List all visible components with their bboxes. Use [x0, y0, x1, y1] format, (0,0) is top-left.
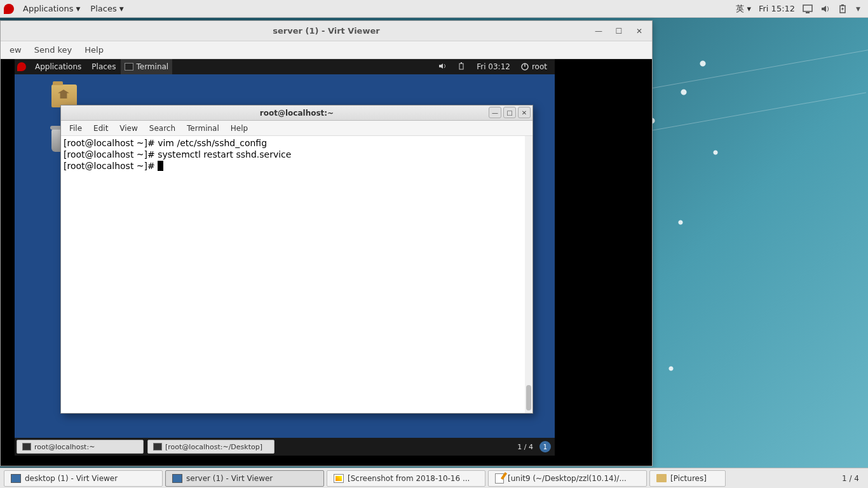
terminal-line: [root@localhost ~]# systemctl restart ss…	[64, 149, 530, 160]
wallpaper-lines	[646, 38, 868, 356]
host-top-panel: Applications ▼ Places ▼ 英 ▾ Fri 15:12 ▼	[0, 0, 868, 18]
minimize-button[interactable]: —	[588, 24, 609, 39]
label: Places	[90, 4, 116, 13]
host-clock[interactable]: Fri 15:12	[755, 4, 799, 13]
folder-icon	[51, 85, 77, 107]
label: 英	[736, 3, 744, 15]
cursor-icon	[158, 161, 163, 171]
label: root	[532, 62, 547, 71]
volume-icon[interactable]	[817, 4, 834, 14]
label: [root@localhost:~/Desktop]	[165, 443, 262, 451]
redhat-icon	[17, 62, 26, 71]
menu-search[interactable]: Search	[144, 124, 181, 133]
folder-icon	[656, 474, 667, 482]
host-task-screenshot[interactable]: [Screenshot from 2018-10-16 ...	[327, 470, 485, 487]
host-places-menu[interactable]: Places ▼	[85, 4, 128, 13]
host-applications-menu[interactable]: Applications ▼	[18, 4, 85, 13]
chevron-down-icon: ▼	[76, 6, 80, 12]
svg-rect-3	[841, 4, 844, 6]
menu-help[interactable]: Help	[78, 45, 110, 55]
terminal-menubar: File Edit View Search Terminal Help	[61, 121, 532, 136]
host-task-desktop-virt[interactable]: desktop (1) - Virt Viewer	[4, 470, 163, 487]
text-editor-icon	[495, 473, 504, 484]
minimize-button[interactable]: —	[489, 107, 501, 118]
battery-icon[interactable]	[452, 62, 471, 72]
redhat-icon	[4, 4, 14, 14]
virt-viewer-titlebar[interactable]: server (1) - Virt Viewer — ☐ ✕	[1, 21, 652, 41]
image-icon	[334, 474, 344, 483]
window-title: root@localhost:~	[260, 109, 334, 118]
guest-clock[interactable]: Fri 03:12	[471, 62, 515, 71]
guest-task-terminal-2[interactable]: [root@localhost:~/Desktop]	[147, 440, 275, 454]
host-task-editor[interactable]: [unit9 (~/Desktop/zzl(10.14)/...	[488, 470, 647, 487]
host-taskbar: desktop (1) - Virt Viewer server (1) - V…	[0, 468, 868, 488]
host-task-server-virt[interactable]: server (1) - Virt Viewer	[165, 470, 324, 487]
maximize-button[interactable]: ☐	[609, 24, 629, 39]
chevron-down-icon: ▼	[119, 6, 124, 12]
menu-terminal[interactable]: Terminal	[181, 124, 225, 133]
guest-workspace-indicator[interactable]: 1 / 4	[511, 443, 539, 451]
label: root@localhost:~	[34, 443, 95, 451]
monitor-icon	[11, 474, 21, 483]
label: desktop (1) - Virt Viewer	[25, 474, 118, 483]
host-workspace-indicator[interactable]: 1 / 4	[836, 474, 865, 483]
vm-display-viewport[interactable]: Applications Places Terminal Fri 03:12 r…	[1, 59, 652, 466]
guest-user-menu[interactable]: root	[515, 62, 552, 71]
terminal-titlebar[interactable]: root@localhost:~ — □ ✕	[61, 105, 532, 121]
label: server (1) - Virt Viewer	[186, 474, 273, 483]
label: [Screenshot from 2018-10-16 ...	[348, 474, 470, 483]
svg-rect-0	[803, 5, 812, 11]
menu-view[interactable]: View	[114, 124, 143, 133]
chevron-down-icon[interactable]: ▼	[852, 6, 864, 12]
label: [unit9 (~/Desktop/zzl(10.14)/...	[508, 474, 627, 483]
terminal-body[interactable]: [root@localhost ~]# vim /etc/ssh/sshd_co…	[61, 136, 532, 413]
menu-view-truncated[interactable]: ew	[3, 45, 28, 55]
menu-help[interactable]: Help	[225, 124, 254, 133]
window-title: server (1) - Virt Viewer	[273, 26, 379, 36]
menu-file[interactable]: File	[64, 124, 88, 133]
battery-icon[interactable]	[834, 4, 852, 14]
guest-terminal-launcher[interactable]: Terminal	[121, 59, 172, 74]
guest-applications-menu[interactable]: Applications	[30, 62, 86, 71]
svg-rect-5	[461, 62, 462, 64]
label: [Pictures]	[670, 474, 707, 483]
terminal-line: [root@localhost ~]# vim /etc/ssh/sshd_co…	[64, 137, 530, 149]
virt-viewer-window: server (1) - Virt Viewer — ☐ ✕ ew Send k…	[0, 20, 653, 466]
label: Fri 15:12	[759, 4, 795, 13]
terminal-line: [root@localhost ~]#	[64, 160, 530, 172]
monitor-icon	[172, 474, 182, 483]
guest-places-menu[interactable]: Places	[86, 62, 121, 71]
guest-top-panel: Applications Places Terminal Fri 03:12 r…	[15, 59, 555, 74]
guest-workspace-badge[interactable]: 1	[539, 441, 551, 452]
chevron-down-icon: ▾	[747, 4, 751, 13]
label: Terminal	[136, 62, 168, 71]
host-task-pictures[interactable]: [Pictures]	[649, 470, 726, 487]
guest-task-terminal-1[interactable]: root@localhost:~	[17, 440, 144, 454]
label: Applications	[23, 4, 73, 13]
guest-terminal-window: root@localhost:~ — □ ✕ File Edit View Se…	[60, 105, 533, 414]
terminal-icon	[22, 443, 31, 451]
svg-rect-1	[806, 12, 810, 13]
guest-taskbar: root@localhost:~ [root@localhost:~/Deskt…	[15, 438, 555, 456]
display-icon[interactable]	[799, 4, 817, 14]
guest-desktop: Applications Places Terminal Fri 03:12 r…	[15, 59, 555, 456]
menu-sendkey[interactable]: Send key	[28, 45, 79, 55]
menu-edit[interactable]: Edit	[88, 124, 114, 133]
terminal-icon	[153, 443, 162, 451]
scrollbar-thumb[interactable]	[526, 385, 531, 410]
power-icon	[520, 62, 529, 71]
volume-icon[interactable]	[433, 62, 452, 72]
close-button[interactable]: ✕	[629, 24, 649, 39]
virt-viewer-menubar: ew Send key Help	[1, 41, 652, 59]
terminal-icon	[125, 63, 133, 71]
maximize-button[interactable]: □	[503, 107, 516, 118]
input-method-indicator[interactable]: 英 ▾	[732, 3, 755, 15]
terminal-scrollbar[interactable]	[525, 136, 532, 413]
close-button[interactable]: ✕	[518, 107, 531, 118]
svg-rect-4	[459, 64, 463, 69]
